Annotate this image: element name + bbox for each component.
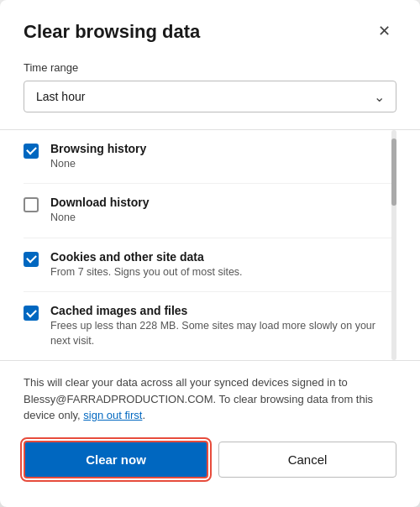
option-cached-images-desc: Frees up less than 228 MB. Some sites ma… — [50, 319, 396, 348]
option-download-history-desc: None — [50, 211, 396, 226]
info-text-after-link: . — [142, 409, 145, 421]
time-range-section: Time range Last hour Last 24 hours Last … — [24, 61, 396, 129]
option-download-history-text: Download history None — [50, 196, 396, 226]
checkbox-cookies-wrap — [24, 252, 39, 267]
time-range-wrapper: Last hour Last 24 hours Last 7 days Last… — [24, 81, 396, 112]
options-list: Browsing history None Download history N… — [0, 130, 420, 361]
cancel-button[interactable]: Cancel — [218, 442, 396, 478]
checkbox-download-history[interactable] — [24, 197, 39, 212]
option-cookies-title: Cookies and other site data — [50, 250, 396, 264]
checkbox-cached-images[interactable] — [24, 306, 39, 321]
checkbox-download-history-wrap — [24, 197, 39, 212]
option-cached-images-text: Cached images and files Frees up less th… — [50, 304, 396, 348]
clear-now-button[interactable]: Clear now — [24, 441, 208, 478]
option-cookies: Cookies and other site data From 7 sites… — [24, 238, 396, 293]
scrollbar-thumb[interactable] — [391, 139, 396, 206]
dialog-header: Clear browsing data ✕ — [24, 20, 396, 44]
footer-buttons: Clear now Cancel — [24, 441, 396, 478]
dialog-title: Clear browsing data — [24, 20, 200, 44]
option-browsing-history-desc: None — [50, 157, 396, 172]
close-button[interactable]: ✕ — [371, 18, 396, 44]
clear-browsing-data-dialog: Clear browsing data ✕ Time range Last ho… — [0, 0, 420, 507]
option-cookies-text: Cookies and other site data From 7 sites… — [50, 250, 396, 280]
option-download-history: Download history None — [24, 184, 396, 238]
time-range-label: Time range — [24, 61, 396, 74]
scrollbar-track — [391, 130, 396, 361]
checkbox-browsing-history[interactable] — [24, 144, 39, 159]
option-download-history-title: Download history — [50, 196, 396, 209]
option-browsing-history-title: Browsing history — [50, 142, 396, 155]
options-container: Browsing history None Download history N… — [24, 130, 396, 361]
checkbox-cached-wrap — [24, 306, 39, 321]
option-browsing-history: Browsing history None — [24, 130, 396, 185]
sign-out-first-link[interactable]: sign out first — [83, 409, 142, 421]
option-browsing-history-text: Browsing history None — [50, 142, 396, 172]
option-cached-images: Cached images and files Frees up less th… — [24, 292, 396, 360]
option-cookies-desc: From 7 sites. Signs you out of most site… — [50, 265, 396, 280]
time-range-select[interactable]: Last hour Last 24 hours Last 7 days Last… — [24, 81, 396, 112]
divider-bottom — [0, 360, 420, 361]
checkbox-cookies[interactable] — [24, 252, 39, 267]
option-cached-images-title: Cached images and files — [50, 304, 396, 317]
info-text: This will clear your data across all you… — [24, 374, 396, 424]
info-text-before-link: This will clear your data across all you… — [24, 376, 373, 421]
checkbox-browsing-history-wrap — [24, 144, 39, 159]
